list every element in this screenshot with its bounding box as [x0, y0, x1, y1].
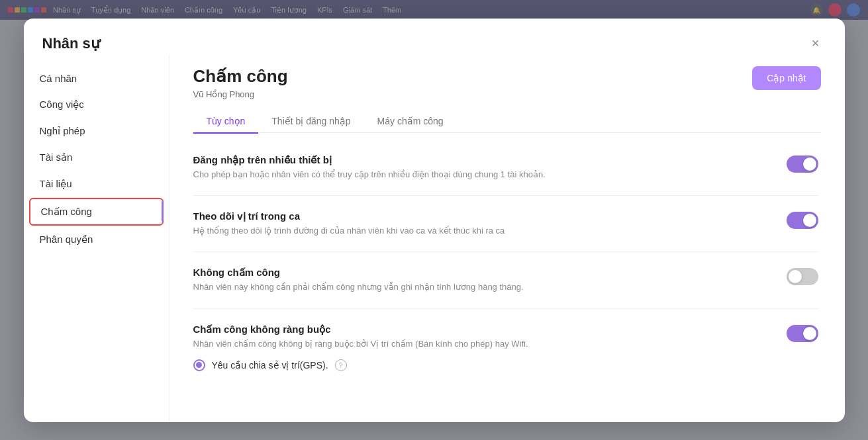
- modal-title: Nhân sự: [42, 35, 100, 52]
- sidebar-item-cong-viec[interactable]: Công việc: [24, 92, 169, 117]
- gps-label: Yêu cầu chia sẻ vị trí(GPS).: [212, 360, 328, 371]
- content-title: Chấm công: [193, 66, 288, 87]
- toggle-wrap-khong-cham: [784, 267, 818, 285]
- setting-title-dang-nhap: Đăng nhập trên nhiều thiết bị: [193, 154, 763, 166]
- sidebar-item-cham-cong[interactable]: Chấm công: [29, 198, 164, 226]
- toggle-wrap-dang-nhap: [784, 154, 818, 173]
- sidebar-item-nghi-phep[interactable]: Nghỉ phép: [24, 118, 169, 144]
- tabs-bar: Tùy chọn Thiết bị đăng nhập Máy chấm côn…: [193, 110, 821, 134]
- sidebar-item-tai-lieu[interactable]: Tài liệu: [24, 171, 169, 197]
- tab-tuy-chon[interactable]: Tùy chọn: [193, 110, 259, 134]
- toggle-wrap-rang-buoc: [784, 324, 818, 342]
- content-header: Chấm công Vũ Hồng Phong Cập nhật: [193, 66, 821, 99]
- setting-text-rang-buoc: Chấm công không ràng buộc Nhân viên chấm…: [193, 324, 784, 374]
- toggle-slider: [787, 155, 818, 173]
- modal-header: Nhân sự ×: [24, 19, 845, 54]
- help-icon[interactable]: ?: [335, 359, 347, 371]
- toggle-slider: [787, 268, 818, 285]
- radio-gps[interactable]: [193, 359, 205, 371]
- toggle-slider: [787, 325, 818, 342]
- toggle-khong-cham[interactable]: [787, 268, 818, 285]
- setting-title-rang-buoc: Chấm công không ràng buộc: [193, 324, 763, 335]
- toggle-dang-nhap[interactable]: [787, 155, 818, 173]
- setting-desc-theo-doi: Hệ thống theo dõi lộ trình đường đi của …: [193, 225, 763, 237]
- setting-item-dang-nhap: Đăng nhập trên nhiều thiết bị Cho phép b…: [193, 140, 818, 196]
- update-button[interactable]: Cập nhật: [752, 66, 820, 90]
- setting-text-theo-doi: Theo dõi vị trí trong ca Hệ thống theo d…: [193, 210, 784, 237]
- radio-dot-inner: [196, 362, 202, 368]
- toggle-theo-doi[interactable]: [787, 212, 818, 229]
- content-title-group: Chấm công Vũ Hồng Phong: [193, 66, 288, 99]
- settings-list: Đăng nhập trên nhiều thiết bị Cho phép b…: [193, 133, 821, 410]
- setting-desc-dang-nhap: Cho phép bạn hoặc nhân viên có thể truy …: [193, 169, 763, 181]
- modal-overlay: Nhân sự × Cá nhân Công việc Nghỉ phép Tà…: [0, 0, 868, 440]
- tab-may-cham-cong[interactable]: Máy chấm công: [364, 110, 457, 134]
- sidebar: Cá nhân Công việc Nghỉ phép Tài sản Tài …: [24, 54, 169, 422]
- toggle-rang-buoc[interactable]: [787, 325, 818, 342]
- close-button[interactable]: ×: [805, 33, 826, 54]
- setting-item-theo-doi: Theo dõi vị trí trong ca Hệ thống theo d…: [193, 196, 818, 252]
- setting-desc-rang-buoc: Nhân viên chấm công không bị ràng buộc b…: [193, 338, 763, 350]
- gps-row: Yêu cầu chia sẻ vị trí(GPS). ?: [193, 350, 763, 374]
- modal-dialog: Nhân sự × Cá nhân Công việc Nghỉ phép Tà…: [24, 19, 845, 422]
- setting-desc-khong-cham: Nhân viên này không cần phải chấm công n…: [193, 281, 763, 293]
- modal-body: Cá nhân Công việc Nghỉ phép Tài sản Tài …: [24, 54, 845, 422]
- setting-item-rang-buoc: Chấm công không ràng buộc Nhân viên chấm…: [193, 309, 818, 388]
- setting-item-khong-cham: Không chấm công Nhân viên này không cần …: [193, 252, 818, 308]
- sidebar-item-ca-nhan[interactable]: Cá nhân: [24, 66, 169, 91]
- sidebar-item-phan-quyen[interactable]: Phân quyền: [24, 227, 169, 252]
- setting-title-khong-cham: Không chấm công: [193, 267, 763, 279]
- setting-title-theo-doi: Theo dõi vị trí trong ca: [193, 210, 763, 222]
- setting-text-khong-cham: Không chấm công Nhân viên này không cần …: [193, 267, 784, 293]
- sidebar-item-tai-san[interactable]: Tài sản: [24, 145, 169, 170]
- tab-thiet-bi[interactable]: Thiết bị đăng nhập: [258, 110, 363, 134]
- toggle-slider: [787, 212, 818, 229]
- setting-text-dang-nhap: Đăng nhập trên nhiều thiết bị Cho phép b…: [193, 154, 784, 181]
- content-subtitle: Vũ Hồng Phong: [193, 89, 288, 99]
- content-area: Chấm công Vũ Hồng Phong Cập nhật Tùy chọ…: [169, 54, 845, 422]
- toggle-wrap-theo-doi: [784, 210, 818, 229]
